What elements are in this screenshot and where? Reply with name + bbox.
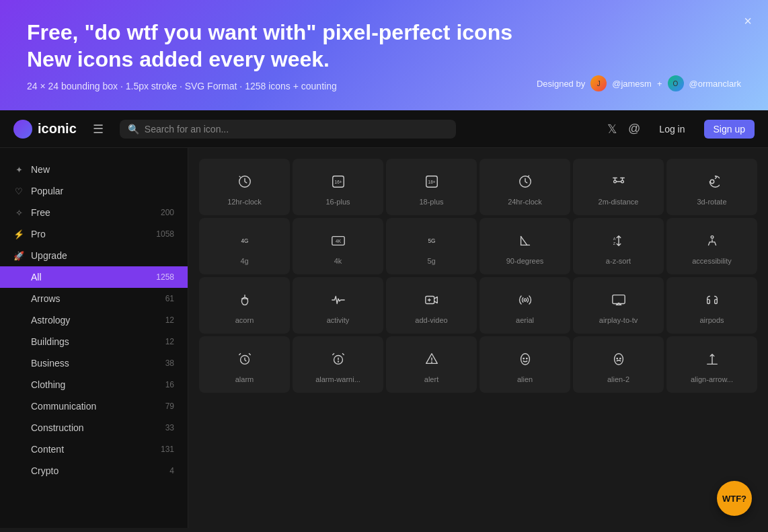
icon-symbol-alien-2 <box>611 350 626 369</box>
icon-card-alien-2[interactable]: alien-2 <box>573 336 664 393</box>
icon-card-airplay-to-tv[interactable]: airplay-to-tv <box>573 277 664 334</box>
icon-label-5g: 5g <box>427 257 435 265</box>
designed-by-label: Designed by <box>537 79 585 89</box>
svg-point-29 <box>619 358 621 360</box>
icon-symbol-alien <box>518 350 533 369</box>
icon-symbol-24hr-clock <box>518 172 533 191</box>
icon-card-12hr-clock[interactable]: 12hr-clock <box>199 159 290 215</box>
icon-card-2m-distance[interactable]: 2m-distance <box>573 159 664 215</box>
icons-grid: 12hr-clock 16+ 16-plus 18+ 18-plus 24hr-… <box>199 159 757 393</box>
sidebar-count-all: 1258 <box>156 272 174 282</box>
icon-card-alert[interactable]: alert <box>386 336 477 393</box>
sidebar-item-content[interactable]: Content 131 <box>0 439 188 460</box>
banner-designers: Designed by J @jamesm + O @ormanclark <box>537 75 741 91</box>
icon-symbol-acorn <box>237 291 252 309</box>
icon-symbol-12hr-clock <box>237 172 252 191</box>
sidebar-item-free[interactable]: ✧ Free 200 <box>0 202 188 223</box>
sidebar-item-crypto[interactable]: Crypto 4 <box>0 460 188 482</box>
login-button[interactable]: Log in <box>651 120 693 139</box>
wtf-button[interactable]: WTF? <box>717 481 752 516</box>
icon-symbol-align-arrow <box>705 350 720 369</box>
search-icon: 🔍 <box>128 124 139 135</box>
sidebar-label-construction: Construction <box>31 422 84 433</box>
icon-label-4k: 4k <box>334 257 342 265</box>
icon-label-12hr-clock: 12hr-clock <box>227 198 262 206</box>
icon-card-accessibility[interactable]: accessibility <box>666 218 757 274</box>
icon-label-2m-distance: 2m-distance <box>599 198 639 206</box>
signup-button[interactable]: Sign up <box>704 120 755 139</box>
sidebar-item-pro[interactable]: ⚡ Pro 1058 <box>0 223 188 245</box>
icon-label-alien-2: alien-2 <box>607 375 629 383</box>
icon-label-90-degrees: 90-degrees <box>506 257 544 265</box>
icon-label-alarm: alarm <box>235 375 254 383</box>
icon-label-aerial: aerial <box>516 316 534 324</box>
icon-card-alarm[interactable]: alarm <box>199 336 290 393</box>
icon-card-add-video[interactable]: add-video <box>386 277 477 334</box>
svg-point-24 <box>521 354 529 365</box>
icon-label-alarm-warning: alarm-warni... <box>315 375 360 383</box>
sidebar-item-popular[interactable]: ♡ Popular <box>0 180 188 202</box>
icon-card-4k[interactable]: 4K 4k <box>293 218 383 274</box>
icon-card-24hr-clock[interactable]: 24hr-clock <box>479 159 570 215</box>
svg-point-15 <box>711 236 714 239</box>
sidebar-item-buildings[interactable]: Buildings 12 <box>0 331 188 352</box>
icon-card-4g[interactable]: 4G 4g <box>199 218 290 274</box>
sidebar-label-upgrade: Upgrade <box>31 250 67 261</box>
icon-symbol-3d-rotate <box>705 172 720 191</box>
icon-card-align-arrow[interactable]: align-arrow... <box>666 336 757 393</box>
icon-card-a-z-sort[interactable]: AZ a-z-sort <box>573 218 664 274</box>
icon-card-90-degrees[interactable]: 90-degrees <box>479 218 570 274</box>
sidebar-item-clothing[interactable]: Clothing 16 <box>0 374 188 395</box>
icon-card-18-plus[interactable]: 18+ 18-plus <box>386 159 477 215</box>
banner-close-button[interactable]: × <box>744 13 752 29</box>
at-icon[interactable]: @ <box>628 122 640 136</box>
search-bar[interactable]: 🔍 Search for an icon... <box>120 120 456 139</box>
main-content: 12hr-clock 16+ 16-plus 18+ 18-plus 24hr-… <box>188 148 768 528</box>
sidebar-item-business[interactable]: Business 38 <box>0 352 188 374</box>
brand-icon <box>13 120 32 139</box>
icon-label-align-arrow: align-arrow... <box>691 375 733 383</box>
sidebar-item-new[interactable]: ✦ New <box>0 159 188 180</box>
icon-label-activity: activity <box>327 316 350 324</box>
icon-label-alien: alien <box>517 375 533 383</box>
icon-card-16-plus[interactable]: 16+ 16-plus <box>293 159 383 215</box>
sidebar-item-astrology[interactable]: Astrology 12 <box>0 309 188 331</box>
icon-label-4g: 4g <box>240 257 248 265</box>
icon-label-3d-rotate: 3d-rotate <box>697 198 726 206</box>
icon-card-airpods[interactable]: airpods <box>666 277 757 334</box>
brand-logo[interactable]: iconic <box>13 120 77 139</box>
icon-symbol-4g: 4G <box>237 231 252 250</box>
icon-symbol-a-z-sort: AZ <box>611 231 626 250</box>
icon-card-3d-rotate[interactable]: 3d-rotate <box>666 159 757 215</box>
icon-label-acorn: acorn <box>235 316 254 324</box>
sidebar-item-upgrade[interactable]: 🚀 Upgrade <box>0 245 188 266</box>
hamburger-menu[interactable]: ☰ <box>93 122 104 137</box>
sidebar-label-business: Business <box>31 358 69 369</box>
sidebar-icon-popular: ♡ <box>13 186 24 196</box>
twitter-icon[interactable]: 𝕏 <box>607 122 617 137</box>
icon-card-alien[interactable]: alien <box>479 336 570 393</box>
svg-text:18+: 18+ <box>428 180 435 184</box>
icon-card-acorn[interactable]: acorn <box>199 277 290 334</box>
sidebar-item-construction[interactable]: Construction 33 <box>0 417 188 439</box>
sidebar-item-communication[interactable]: Communication 79 <box>0 395 188 417</box>
icon-card-activity[interactable]: activity <box>293 277 383 334</box>
svg-text:Z: Z <box>613 241 615 245</box>
svg-point-25 <box>523 358 525 360</box>
navbar: iconic ☰ 🔍 Search for an icon... 𝕏 @ Log… <box>0 110 768 148</box>
sidebar-icon-upgrade: 🚀 <box>13 251 24 261</box>
sidebar-label-buildings: Buildings <box>31 336 69 347</box>
svg-point-27 <box>614 354 623 365</box>
icon-card-5g[interactable]: 5G 5g <box>386 218 477 274</box>
sidebar-count-free: 200 <box>161 208 174 217</box>
sidebar-label-communication: Communication <box>31 401 96 412</box>
icon-symbol-airplay-to-tv <box>611 291 626 309</box>
icon-label-airpods: airpods <box>699 316 724 324</box>
icon-card-alarm-warning[interactable]: alarm-warni... <box>293 336 383 393</box>
sidebar-item-all[interactable]: All 1258 <box>0 266 188 288</box>
icon-card-aerial[interactable]: aerial <box>479 277 570 334</box>
svg-text:4G: 4G <box>241 238 248 244</box>
icon-symbol-16-plus: 16+ <box>331 172 346 191</box>
designer1-handle: @jamesm <box>612 79 652 89</box>
sidebar-item-arrows[interactable]: Arrows 61 <box>0 288 188 309</box>
